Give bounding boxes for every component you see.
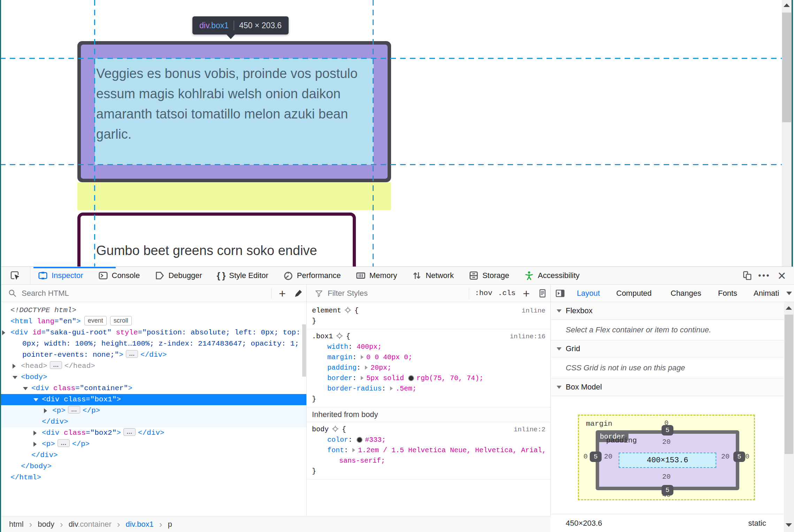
css-declaration[interactable]: color: #333; — [307, 435, 550, 445]
expand-arrow-open-icon[interactable] — [33, 398, 38, 401]
markup-row[interactable]: 0px; width: 100%; height…100%; z-index: … — [0, 338, 306, 349]
rule-source-link[interactable]: inline — [522, 306, 545, 316]
print-simulation-button[interactable] — [534, 285, 550, 302]
expand-arrow-closed-icon[interactable] — [33, 431, 37, 435]
breadcrumb-item[interactable]: div.container — [69, 520, 112, 529]
margin-left-value[interactable]: 0 — [581, 453, 590, 461]
search-input[interactable]: Search HTML — [22, 289, 69, 298]
expand-arrow-closed-icon[interactable] — [2, 330, 5, 335]
breadcrumb-item[interactable]: p — [168, 520, 172, 529]
breadcrumb-item[interactable]: body — [38, 520, 54, 529]
tab-animations[interactable]: Animati — [754, 285, 784, 302]
scroll-badge[interactable]: scroll — [110, 316, 132, 325]
highlight-selector-icon[interactable] — [344, 307, 351, 314]
markup-row[interactable]: <body> — [0, 372, 306, 383]
box-model-content[interactable]: 400×153.6 — [619, 453, 716, 468]
border-right-value[interactable]: 5 — [733, 452, 745, 462]
markup-row[interactable]: <div class="box2">…</div> — [0, 427, 306, 439]
expand-arrow-open-icon[interactable] — [13, 376, 17, 379]
class-toggle-button[interactable]: .cls — [495, 289, 518, 297]
pick-element-button[interactable] — [0, 267, 30, 284]
property-name[interactable]: padding — [327, 364, 357, 372]
border-top-value[interactable]: 5 — [662, 425, 673, 435]
tab-storage[interactable]: Storage — [461, 267, 517, 284]
property-name[interactable]: margin — [327, 353, 352, 361]
expand-arrow-closed-icon[interactable] — [44, 408, 47, 413]
expand-arrow-closed-icon[interactable] — [13, 364, 16, 369]
markup-row[interactable]: <p>…</p> — [0, 439, 306, 450]
box-model-margin[interactable]: margin 0 40 0 0 border padding 20 20 20 … — [578, 415, 755, 500]
responsive-design-button[interactable] — [738, 267, 756, 284]
collapsed-ellipsis[interactable]: … — [68, 406, 80, 414]
devtools-menu-button[interactable]: ••• — [756, 267, 773, 284]
tab-style-editor[interactable]: { } Style Editor — [209, 267, 276, 284]
tab-accessibility[interactable]: Accessibility — [517, 267, 587, 284]
property-name[interactable]: width — [327, 343, 348, 351]
expand-value-icon[interactable] — [365, 365, 368, 370]
page-scrollbar[interactable] — [782, 0, 792, 267]
css-declaration[interactable]: margin: 0 0 40px 0; — [307, 352, 550, 363]
padding-top-value[interactable]: 20 — [579, 438, 754, 446]
markup-row[interactable]: <div id="saka-gui-root" style="position:… — [0, 327, 306, 338]
rule-selector[interactable]: .box1 — [312, 332, 333, 340]
collapsed-ellipsis[interactable]: … — [123, 428, 136, 436]
collapsed-ellipsis[interactable]: … — [126, 350, 138, 358]
markup-row[interactable]: </html> — [0, 472, 306, 483]
markup-row[interactable]: </div> — [0, 416, 306, 427]
tab-console[interactable]: Console — [91, 267, 147, 284]
rule-selector[interactable]: element — [312, 307, 341, 315]
add-node-button[interactable]: + — [274, 285, 290, 302]
add-rule-button[interactable]: + — [518, 285, 534, 302]
markup-scrollbar-thumb[interactable] — [302, 324, 306, 377]
property-name[interactable]: color — [327, 436, 348, 444]
expand-value-icon[interactable] — [361, 376, 364, 380]
highlight-selector-icon[interactable] — [332, 425, 339, 432]
property-value[interactable]: 0 0 40px 0; — [366, 353, 412, 361]
tab-changes[interactable]: Changes — [671, 285, 701, 302]
markup-row[interactable]: <!DOCTYPE html> — [0, 305, 306, 316]
filter-styles-input[interactable]: Filter Styles — [328, 289, 368, 298]
color-swatch[interactable] — [357, 437, 362, 443]
collapsed-ellipsis[interactable]: … — [58, 439, 70, 447]
markup-search-bar[interactable]: Search HTML + — [0, 285, 307, 302]
tab-network[interactable]: Network — [404, 267, 461, 284]
expand-value-icon[interactable] — [390, 386, 393, 391]
border-bottom-value[interactable]: 5 — [662, 485, 673, 495]
markup-row[interactable]: <p>…</p> — [0, 405, 306, 416]
property-value[interactable]: 400px; — [357, 343, 382, 351]
scroll-down-icon[interactable] — [786, 523, 792, 527]
property-name[interactable]: border — [327, 374, 352, 382]
padding-left-value[interactable]: 20 — [602, 453, 614, 461]
layout-scrollbar-thumb[interactable] — [785, 315, 793, 454]
tab-debugger[interactable]: Debugger — [147, 267, 209, 284]
highlight-selector-icon[interactable] — [336, 332, 343, 339]
property-value[interactable]: .5em; — [396, 385, 417, 393]
flexbox-section-header[interactable]: Flexbox — [551, 302, 794, 320]
css-declaration[interactable]: padding: 20px; — [307, 363, 550, 373]
collapsed-ellipsis[interactable]: … — [50, 361, 62, 369]
filter-styles-bar[interactable]: Filter Styles :hov .cls + — [307, 285, 551, 302]
pseudo-class-button[interactable]: :hov — [472, 289, 495, 297]
rule-source-link[interactable]: inline:16 — [510, 331, 545, 342]
property-name[interactable]: border-radius — [327, 385, 382, 393]
rule-selector[interactable]: body — [312, 425, 329, 433]
css-declaration[interactable]: border-radius: .5em; — [307, 384, 550, 394]
padding-bottom-value[interactable]: 20 — [579, 473, 754, 481]
eyedropper-button[interactable] — [290, 285, 306, 302]
expand-value-icon[interactable] — [361, 355, 364, 359]
expand-value-icon[interactable] — [352, 448, 355, 452]
tab-inspector[interactable]: Inspector — [30, 267, 91, 284]
event-badge[interactable]: event — [84, 316, 107, 325]
markup-row[interactable]: <head>…</head> — [0, 361, 306, 372]
markup-row[interactable]: </body> — [0, 461, 306, 472]
breadcrumb-item[interactable]: div.box1 — [125, 520, 153, 529]
padding-right-value[interactable]: 20 — [719, 453, 732, 461]
expand-arrow-open-icon[interactable] — [23, 387, 28, 390]
close-devtools-button[interactable]: × — [773, 267, 791, 284]
property-value[interactable]: #333; — [365, 436, 386, 444]
markup-row[interactable]: <html lang="en">eventscroll — [0, 316, 306, 327]
border-left-value[interactable]: 5 — [590, 452, 602, 462]
tab-fonts[interactable]: Fonts — [718, 285, 737, 302]
sidebar-toggle-button[interactable] — [555, 285, 565, 302]
grid-section-header[interactable]: Grid — [551, 340, 794, 357]
